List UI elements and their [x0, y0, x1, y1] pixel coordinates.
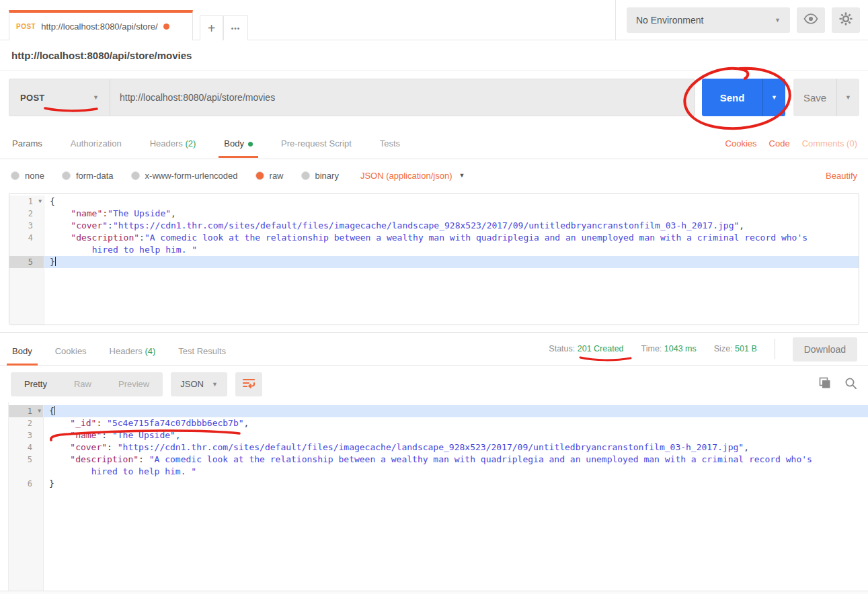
- size-value: 501 B: [735, 344, 757, 353]
- view-pretty[interactable]: Pretty: [11, 372, 61, 396]
- code-line-text[interactable]: "description": "A comedic look at the re…: [44, 454, 868, 466]
- status-badge: Status: 201 Created: [549, 344, 623, 353]
- tab-response-body[interactable]: Body: [11, 340, 34, 365]
- settings-button[interactable]: [832, 7, 860, 33]
- fold-icon[interactable]: ▼: [38, 405, 41, 417]
- new-tab-button[interactable]: +: [200, 15, 223, 40]
- body-mode-none[interactable]: none: [11, 171, 44, 181]
- send-options-button[interactable]: ▼: [762, 79, 785, 116]
- body-mode-raw[interactable]: raw: [255, 171, 284, 181]
- code-line[interactable]: hired to help him. ": [9, 244, 859, 256]
- text-cursor: [54, 406, 56, 415]
- view-raw[interactable]: Raw: [61, 372, 105, 396]
- tab-method-badge: POST: [16, 23, 36, 30]
- copy-button[interactable]: [819, 377, 831, 391]
- size-badge: Size: 501 B: [714, 344, 757, 353]
- response-view-switcher: Pretty Raw Preview: [11, 372, 163, 396]
- request-tab[interactable]: POST http://localhost:8080/api/store/: [9, 10, 193, 40]
- code-line-text[interactable]: "name":"The Upside",: [44, 208, 859, 220]
- gutter-fill: [9, 268, 44, 325]
- code-line-text[interactable]: }: [44, 256, 859, 268]
- save-button-group: Save ▼: [793, 79, 859, 116]
- code-line-text[interactable]: "_id": "5c4e715fa74c07dbbb6ecb7b",: [44, 417, 868, 429]
- more-tabs-button[interactable]: •••: [223, 15, 248, 40]
- code-line[interactable]: 2 "_id": "5c4e715fa74c07dbbb6ecb7b",: [9, 417, 868, 429]
- tab-params[interactable]: Params: [11, 132, 44, 157]
- horizontal-scrollbar[interactable]: [0, 591, 868, 594]
- code-line[interactable]: 4 "cover": "https://cdn1.thr.com/sites/d…: [9, 441, 868, 454]
- code-line-text[interactable]: "cover": "https://cdn1.thr.com/sites/def…: [44, 441, 868, 454]
- line-number: [9, 244, 44, 256]
- url-input[interactable]: [110, 79, 695, 116]
- download-button[interactable]: Download: [793, 337, 857, 362]
- tab-test-results[interactable]: Test Results: [177, 340, 227, 365]
- save-button[interactable]: Save: [793, 79, 836, 116]
- response-format-select[interactable]: JSON ▼: [171, 372, 227, 396]
- chevron-down-icon: ▼: [93, 94, 99, 101]
- code-line[interactable]: 3 "name": "The Upside",: [9, 429, 868, 441]
- chevron-down-icon: ▼: [212, 381, 218, 388]
- tab-tests[interactable]: Tests: [379, 132, 401, 157]
- tab-authorization[interactable]: Authorization: [69, 132, 123, 157]
- body-type-row: none form-data x-www-form-urlencoded raw…: [0, 159, 868, 192]
- method-select[interactable]: POST ▼: [9, 79, 110, 116]
- beautify-link[interactable]: Beautify: [826, 171, 857, 181]
- environment-select-value: No Environment: [636, 15, 703, 26]
- top-bar: POST http://localhost:8080/api/store/ + …: [0, 0, 868, 40]
- send-button[interactable]: Send: [702, 79, 762, 116]
- code-link[interactable]: Code: [769, 138, 790, 148]
- response-body-editor[interactable]: 1▼{2 "_id": "5c4e715fa74c07dbbb6ecb7b",3…: [8, 402, 868, 594]
- content-type-select[interactable]: JSON (application/json) ▼: [360, 171, 465, 181]
- code-line-text[interactable]: "name": "The Upside",: [44, 429, 868, 441]
- save-options-button[interactable]: ▼: [836, 79, 859, 116]
- code-line[interactable]: hired to help him. ": [9, 466, 868, 478]
- tab-response-headers[interactable]: Headers (4): [108, 340, 157, 365]
- body-mode-binary[interactable]: binary: [301, 171, 339, 181]
- search-button[interactable]: [844, 377, 857, 392]
- comments-link[interactable]: Comments (0): [802, 138, 857, 148]
- view-preview[interactable]: Preview: [105, 372, 163, 396]
- environment-quick-look-button[interactable]: [797, 7, 825, 33]
- cookies-link[interactable]: Cookies: [725, 138, 757, 148]
- request-title: http://localhost:8080/api/store/movies: [0, 40, 868, 71]
- unsaved-changes-dot: [163, 24, 169, 30]
- code-line-text[interactable]: "description":"A comedic look at the rel…: [44, 232, 859, 244]
- line-number: 5: [9, 256, 44, 268]
- editor-empty-area[interactable]: [9, 490, 868, 594]
- tab-response-cookies[interactable]: Cookies: [54, 340, 88, 365]
- code-line[interactable]: 1▼{: [9, 405, 868, 417]
- code-line[interactable]: 1▼{: [9, 196, 859, 208]
- response-meta: Status: 201 Created Time: 1043 ms Size: …: [549, 337, 857, 365]
- line-number: 2: [9, 208, 44, 220]
- method-select-value: POST: [20, 93, 45, 103]
- request-body-editor[interactable]: 1▼{2 "name":"The Upside",3 "cover":"http…: [9, 193, 859, 325]
- code-line-text[interactable]: hired to help him. ": [44, 244, 859, 256]
- search-icon: [844, 377, 857, 392]
- line-number: 2: [9, 417, 44, 429]
- tab-body[interactable]: Body: [223, 132, 254, 157]
- fold-icon[interactable]: ▼: [38, 196, 42, 208]
- code-line[interactable]: 4 "description":"A comedic look at the r…: [9, 232, 859, 244]
- editor-empty-area[interactable]: [9, 268, 859, 325]
- time-badge: Time: 1043 ms: [641, 344, 697, 353]
- headers-count: (2): [185, 138, 196, 148]
- response-tool-icons: [819, 377, 857, 392]
- wrap-text-button[interactable]: [235, 372, 262, 396]
- body-mode-urlencoded[interactable]: x-www-form-urlencoded: [131, 171, 238, 181]
- tab-headers[interactable]: Headers (2): [149, 132, 198, 157]
- environment-select[interactable]: No Environment ▼: [627, 7, 790, 33]
- code-line-text[interactable]: "cover":"https://cdn1.thr.com/sites/defa…: [44, 220, 859, 232]
- code-line-text[interactable]: hired to help him. ": [44, 466, 868, 478]
- tab-pre-request-script[interactable]: Pre-request Script: [280, 132, 353, 157]
- code-line[interactable]: 5 "description": "A comedic look at the …: [9, 454, 868, 466]
- radio-icon: [62, 171, 71, 180]
- code-line[interactable]: 2 "name":"The Upside",: [9, 208, 859, 220]
- code-line-text[interactable]: }: [44, 478, 868, 490]
- code-line-text[interactable]: {: [44, 196, 859, 208]
- code-line-text[interactable]: {: [44, 405, 868, 417]
- response-toolbar: Pretty Raw Preview JSON ▼: [0, 366, 868, 402]
- body-mode-form-data[interactable]: form-data: [62, 171, 114, 181]
- code-line[interactable]: 3 "cover":"https://cdn1.thr.com/sites/de…: [9, 220, 859, 232]
- code-line[interactable]: 6}: [9, 478, 868, 490]
- code-line[interactable]: 5}: [9, 256, 859, 268]
